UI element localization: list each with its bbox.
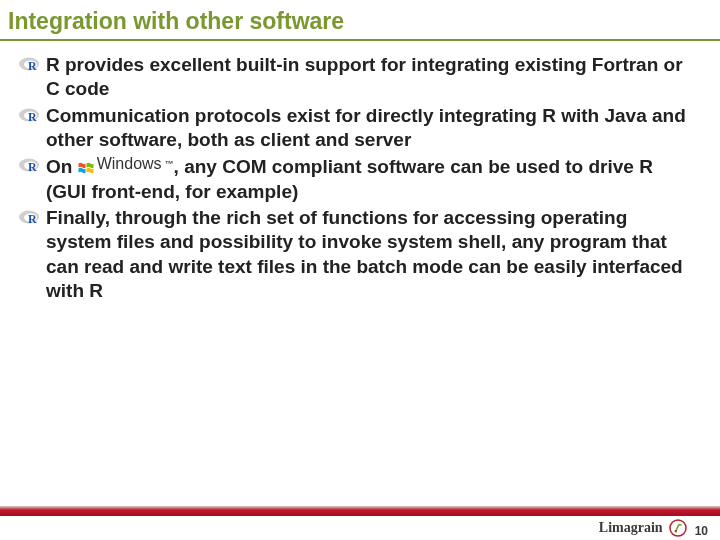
windows-badge: Windows™ [78, 154, 174, 174]
footer-strip [0, 506, 720, 516]
list-item: R Finally, through the rich set of funct… [18, 206, 698, 303]
list-item: R Communication protocols exist for dire… [18, 104, 698, 153]
svg-text:R: R [28, 160, 37, 174]
list-item: R On Windows™ , any COM compliant softwa… [18, 154, 698, 204]
trademark-icon: ™ [165, 159, 174, 171]
bullet-prefix: On [46, 156, 78, 177]
windows-label: Windows [97, 154, 162, 174]
footer: Limagrain 10 [599, 518, 708, 538]
r-logo-icon: R [18, 208, 40, 226]
svg-text:R: R [28, 212, 37, 226]
page-number: 10 [695, 524, 708, 538]
slide: Integration with other software R R prov… [0, 0, 720, 540]
windows-flag-icon [78, 157, 94, 171]
r-logo-icon: R [18, 55, 40, 73]
list-item: R R provides excellent built-in support … [18, 53, 698, 102]
brand-logo-icon [669, 519, 687, 537]
svg-text:R: R [28, 59, 37, 73]
bullet-list: R R provides excellent built-in support … [18, 53, 698, 303]
content-area: R R provides excellent built-in support … [0, 53, 720, 540]
bullet-text: R provides excellent built-in support fo… [46, 54, 683, 99]
bullet-text: Finally, through the rich set of functio… [46, 207, 683, 301]
r-logo-icon: R [18, 156, 40, 174]
page-title: Integration with other software [0, 0, 720, 41]
brand-name: Limagrain [599, 520, 663, 536]
svg-point-13 [674, 530, 676, 532]
r-logo-icon: R [18, 106, 40, 124]
svg-point-12 [670, 520, 686, 536]
bullet-text: Communication protocols exist for direct… [46, 105, 686, 150]
svg-text:R: R [28, 109, 37, 123]
